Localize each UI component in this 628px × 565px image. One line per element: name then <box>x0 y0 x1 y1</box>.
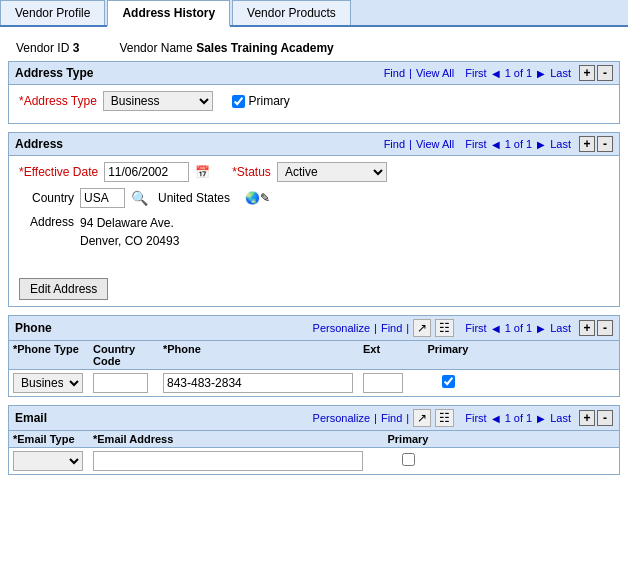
email-primary-checkbox[interactable] <box>402 453 415 466</box>
address-plusminus: + - <box>579 136 613 152</box>
email-add-btn[interactable]: + <box>579 410 595 426</box>
email-grid-header: *Email Type *Email Address Primary <box>9 431 619 448</box>
address-type-row: *Address Type Business Home Other Primar… <box>19 91 609 111</box>
email-grid-icon[interactable]: ☷ <box>435 409 454 427</box>
email-last-label: Last <box>550 412 571 424</box>
email-primary-cell <box>373 453 443 469</box>
email-type-cell: Business Home <box>13 451 93 471</box>
address-line1: 94 Delaware Ave. <box>80 214 179 232</box>
address-remove-btn[interactable]: - <box>597 136 613 152</box>
address-type-plusminus: + - <box>579 65 613 81</box>
email-remove-btn[interactable]: - <box>597 410 613 426</box>
email-export-icon[interactable]: ↗ <box>413 409 431 427</box>
email-primary-col-header: Primary <box>373 433 443 445</box>
phone-primary-checkbox[interactable] <box>442 375 455 388</box>
phone-find-link[interactable]: Find <box>381 322 402 334</box>
ext-input[interactable] <box>363 373 403 393</box>
map-icon[interactable]: 🌏✎ <box>245 191 270 205</box>
phone-primary-col-header: Primary <box>413 343 483 367</box>
phone-remove-btn[interactable]: - <box>597 320 613 336</box>
address-type-add-btn[interactable]: + <box>579 65 595 81</box>
address-first-label: First <box>465 138 486 150</box>
country-lookup-icon[interactable]: 🔍 <box>131 190 148 206</box>
email-next-btn[interactable]: ▶ <box>536 413 546 424</box>
phone-nav: Personalize | Find | ↗ ☷ First ◀ 1 of 1 … <box>313 319 571 337</box>
country-code-cell <box>93 373 163 393</box>
address-type-first-label: First <box>465 67 486 79</box>
phone-header: Phone Personalize | Find | ↗ ☷ First ◀ 1… <box>9 316 619 341</box>
phone-plusminus: + - <box>579 320 613 336</box>
phone-personalize-link[interactable]: Personalize <box>313 322 370 334</box>
email-first-label: First <box>465 412 486 424</box>
tab-vendor-profile[interactable]: Vendor Profile <box>0 0 105 25</box>
address-type-nav: Find | View All First ◀ 1 of 1 ▶ Last <box>384 67 571 79</box>
main-content: Vendor ID 3 Vendor Name Sales Training A… <box>0 27 628 491</box>
address-title: Address <box>15 137 63 151</box>
vendor-name-label: Vendor Name Sales Training Academy <box>119 41 333 55</box>
edit-address-button[interactable]: Edit Address <box>19 278 108 300</box>
phone-next-btn[interactable]: ▶ <box>536 323 546 334</box>
vendor-id-label: Vendor ID 3 <box>16 41 79 55</box>
phone-first-label: First <box>465 322 486 334</box>
address-type-find-link[interactable]: Find <box>384 67 405 79</box>
country-name: United States <box>158 191 230 205</box>
address-viewall-link[interactable]: View All <box>416 138 454 150</box>
country-code-input[interactable] <box>80 188 125 208</box>
address-type-last-label: Last <box>550 67 571 79</box>
address-type-select[interactable]: Business Home Other <box>103 91 213 111</box>
country-code-field[interactable] <box>93 373 148 393</box>
email-header: Email Personalize | Find | ↗ ☷ First ◀ 1… <box>9 406 619 431</box>
tab-address-history[interactable]: Address History <box>107 0 230 27</box>
address-line2: Denver, CO 20493 <box>80 232 179 250</box>
email-section: Email Personalize | Find | ↗ ☷ First ◀ 1… <box>8 405 620 475</box>
address-prev-btn[interactable]: ◀ <box>491 139 501 150</box>
address-lines-row: Address 94 Delaware Ave. Denver, CO 2049… <box>19 214 609 250</box>
email-address-input[interactable] <box>93 451 363 471</box>
phone-prev-btn[interactable]: ◀ <box>491 323 501 334</box>
phone-type-select[interactable]: Business Home Mobile <box>13 373 83 393</box>
calendar-icon[interactable]: 📅 <box>195 165 210 179</box>
address-type-next-btn[interactable]: ▶ <box>536 68 546 79</box>
email-personalize-link[interactable]: Personalize <box>313 412 370 424</box>
address-type-prev-btn[interactable]: ◀ <box>491 68 501 79</box>
phone-grid-header: *Phone Type Country Code *Phone Ext Prim… <box>9 341 619 370</box>
email-row: Business Home <box>9 448 619 474</box>
email-plusminus: + - <box>579 410 613 426</box>
address-find-link[interactable]: Find <box>384 138 405 150</box>
country-code-col-header: Country Code <box>93 343 163 367</box>
status-select[interactable]: Active Inactive <box>277 162 387 182</box>
address-next-btn[interactable]: ▶ <box>536 139 546 150</box>
email-find-link[interactable]: Find <box>381 412 402 424</box>
ext-col-header: Ext <box>363 343 413 367</box>
effective-date-input[interactable] <box>104 162 189 182</box>
edit-address-container: Edit Address <box>19 270 609 300</box>
phone-last-label: Last <box>550 322 571 334</box>
phone-type-cell: Business Home Mobile <box>13 373 93 393</box>
phone-number-input[interactable] <box>163 373 353 393</box>
address-add-btn[interactable]: + <box>579 136 595 152</box>
phone-col-header: *Phone <box>163 343 363 367</box>
phone-grid-icon[interactable]: ☷ <box>435 319 454 337</box>
email-addr-cell <box>93 451 373 471</box>
primary-checkbox[interactable] <box>232 95 245 108</box>
address-body: *Effective Date 📅 *Status Active Inactiv… <box>9 156 619 306</box>
phone-export-icon[interactable]: ↗ <box>413 319 431 337</box>
phone-primary-cell <box>413 375 483 391</box>
vendor-info-row: Vendor ID 3 Vendor Name Sales Training A… <box>8 35 620 61</box>
ext-cell <box>363 373 413 393</box>
primary-check-label[interactable]: Primary <box>232 94 290 108</box>
tab-bar: Vendor Profile Address History Vendor Pr… <box>0 0 628 27</box>
phone-add-btn[interactable]: + <box>579 320 595 336</box>
address-last-label: Last <box>550 138 571 150</box>
phone-nav-info: 1 of 1 <box>505 322 533 334</box>
address-type-nav-info: 1 of 1 <box>505 67 533 79</box>
address-type-viewall-link[interactable]: View All <box>416 67 454 79</box>
tab-vendor-products[interactable]: Vendor Products <box>232 0 351 25</box>
email-prev-btn[interactable]: ◀ <box>491 413 501 424</box>
email-type-select[interactable]: Business Home <box>13 451 83 471</box>
country-row: Country 🔍 United States 🌏✎ <box>19 188 609 208</box>
primary-label: Primary <box>249 94 290 108</box>
email-addr-col-header: *Email Address <box>93 433 373 445</box>
phone-number-cell <box>163 373 363 393</box>
address-type-remove-btn[interactable]: - <box>597 65 613 81</box>
